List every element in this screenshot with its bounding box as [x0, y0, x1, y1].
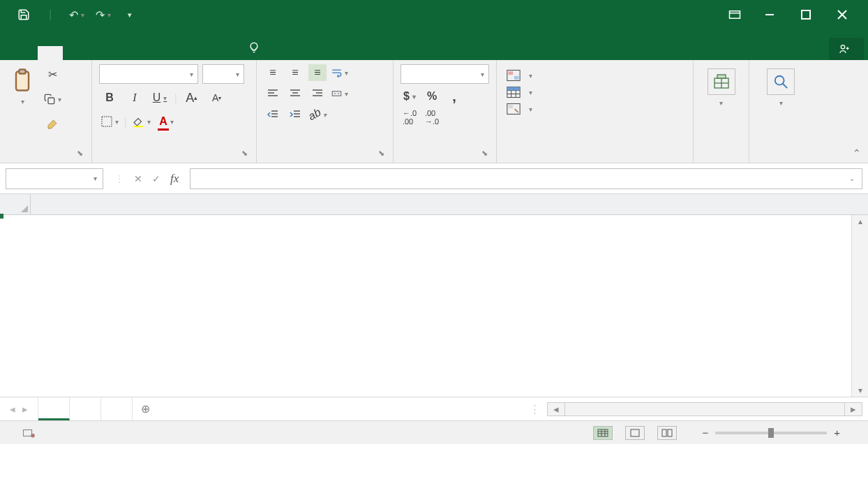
font-size-combo[interactable]: ▾: [202, 64, 244, 84]
comma-button[interactable]: ,: [445, 88, 463, 105]
horizontal-scrollbar[interactable]: ◂▸: [547, 402, 868, 416]
paste-dropdown-icon[interactable]: ▾: [21, 98, 24, 105]
align-left-icon[interactable]: [264, 85, 282, 102]
insert-function-icon[interactable]: fx: [170, 172, 179, 186]
sheet-tab-sheet1[interactable]: [38, 397, 70, 420]
font-name-combo[interactable]: ▾: [99, 64, 198, 84]
format-as-table-button[interactable]: ▾: [504, 84, 686, 101]
decrease-font-icon[interactable]: A▾: [207, 88, 227, 108]
paste-button[interactable]: ▾: [7, 64, 38, 105]
align-middle-icon[interactable]: ≡: [286, 64, 304, 81]
group-clipboard: ▾ ✂ ⬊: [0, 60, 92, 163]
accounting-format-button[interactable]: $: [401, 88, 419, 105]
merge-center-button[interactable]: [331, 85, 349, 102]
format-as-table-icon: [507, 86, 521, 98]
status-bar: − +: [0, 420, 868, 444]
align-right-icon[interactable]: [308, 85, 327, 102]
cut-icon[interactable]: ✂: [42, 64, 63, 84]
increase-decimal-icon[interactable]: ←.0.00: [401, 109, 419, 126]
worksheet-grid[interactable]: ▴▾: [0, 194, 868, 397]
macro-record-icon[interactable]: [22, 428, 35, 438]
svg-rect-57: [668, 429, 672, 436]
sheet-nav-next-icon[interactable]: ▸: [22, 403, 28, 416]
number-launcher-icon[interactable]: ⬊: [481, 149, 488, 158]
undo-button[interactable]: ↶: [66, 5, 88, 24]
format-painter-icon[interactable]: [42, 115, 63, 134]
customize-qat-icon[interactable]: ▾: [119, 5, 141, 24]
view-normal-icon[interactable]: [593, 426, 613, 440]
vertical-scrollbar[interactable]: ▴▾: [851, 215, 868, 397]
decrease-decimal-icon[interactable]: .00→.0: [423, 109, 441, 126]
tell-me[interactable]: [239, 42, 274, 60]
zoom-slider[interactable]: [715, 432, 827, 434]
wrap-text-button[interactable]: [331, 64, 349, 81]
increase-indent-icon[interactable]: [286, 106, 304, 123]
alignment-launcher-icon[interactable]: ⬊: [378, 149, 384, 158]
redo-button[interactable]: ↷: [92, 5, 114, 24]
conditional-formatting-icon: [507, 69, 521, 82]
share-button[interactable]: [829, 38, 864, 60]
new-sheet-button[interactable]: ⊕: [133, 402, 158, 416]
cancel-formula-icon[interactable]: ✕: [134, 173, 142, 184]
align-bottom-icon[interactable]: ≡: [308, 64, 327, 81]
minimize-icon[interactable]: [765, 10, 777, 20]
align-top-icon[interactable]: ≡: [264, 64, 282, 81]
formula-input[interactable]: ⌄: [190, 168, 862, 189]
tab-view[interactable]: [188, 46, 214, 60]
svg-point-46: [775, 76, 784, 85]
decrease-indent-icon[interactable]: [264, 106, 282, 123]
clipboard-launcher-icon[interactable]: ⬊: [77, 149, 83, 158]
qat-divider: |: [39, 5, 61, 24]
increase-font-icon[interactable]: A▴: [181, 88, 202, 108]
find-select-button[interactable]: [767, 68, 795, 95]
tab-review[interactable]: [163, 46, 188, 60]
tab-formulas[interactable]: [113, 46, 138, 60]
svg-rect-41: [509, 105, 514, 108]
name-box[interactable]: ▾: [6, 168, 103, 189]
enter-formula-icon[interactable]: ✓: [152, 173, 160, 184]
italic-button[interactable]: I: [124, 88, 145, 108]
svg-rect-56: [662, 429, 666, 436]
svg-rect-50: [598, 429, 608, 436]
tab-home[interactable]: [38, 46, 63, 60]
view-page-break-icon[interactable]: [657, 426, 677, 440]
font-color-button[interactable]: A: [156, 112, 177, 131]
align-center-icon[interactable]: [286, 85, 304, 102]
tab-file[interactable]: [13, 46, 38, 60]
underline-button[interactable]: U: [149, 88, 170, 108]
tab-insert[interactable]: [63, 46, 88, 60]
cell-styles-icon: [507, 103, 521, 115]
cells-dropdown-icon[interactable]: ▾: [719, 99, 723, 107]
select-all-corner[interactable]: [0, 194, 31, 214]
font-launcher-icon[interactable]: ⬊: [241, 149, 248, 158]
cell-styles-button[interactable]: ▾: [504, 101, 686, 117]
save-icon[interactable]: [13, 5, 35, 24]
view-page-layout-icon[interactable]: [625, 426, 645, 440]
bold-button[interactable]: B: [99, 88, 120, 108]
group-font: ▾ ▾ B I U | A▴ A▾ | A ⬊: [92, 60, 257, 163]
copy-icon[interactable]: [42, 89, 63, 109]
orientation-button[interactable]: ab: [308, 106, 327, 123]
editing-dropdown-icon[interactable]: ▾: [779, 99, 783, 107]
sheet-tab-sheet2[interactable]: [70, 397, 101, 420]
percent-button[interactable]: %: [423, 88, 441, 105]
ribbon-display-options-icon[interactable]: [728, 10, 741, 20]
zoom-out-button[interactable]: −: [702, 427, 708, 439]
group-number: ▾ $ % , ←.0.00 .00→.0 ⬊: [394, 60, 497, 163]
tab-data[interactable]: [138, 46, 163, 60]
sheet-nav-prev-icon[interactable]: ◂: [10, 403, 15, 416]
close-icon[interactable]: [837, 10, 850, 20]
tab-page-layout[interactable]: [88, 46, 113, 60]
zoom-in-button[interactable]: +: [834, 427, 840, 439]
fill-color-button[interactable]: [131, 112, 152, 131]
number-format-combo[interactable]: ▾: [401, 64, 489, 84]
tab-developer[interactable]: [214, 46, 239, 60]
cells-button[interactable]: [708, 68, 735, 95]
sheet-tab-sheet3[interactable]: [101, 397, 133, 420]
maximize-icon[interactable]: [801, 10, 814, 20]
svg-rect-13: [133, 126, 143, 127]
sign-in-link[interactable]: [804, 46, 829, 60]
collapse-ribbon-icon[interactable]: ⌃: [853, 147, 861, 159]
conditional-formatting-button[interactable]: ▾: [504, 67, 686, 84]
borders-button[interactable]: [99, 112, 120, 131]
